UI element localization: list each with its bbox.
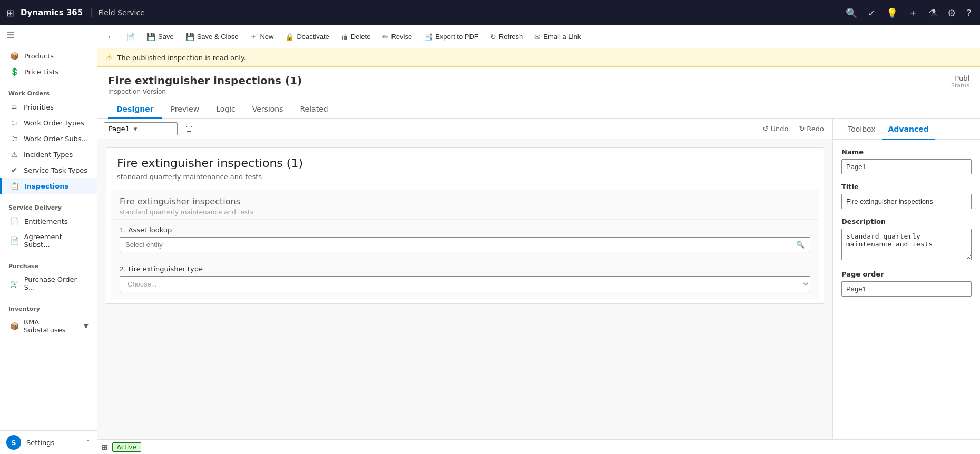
- delete-button[interactable]: 🗑 Delete: [336, 29, 376, 44]
- sidebar-section-work-orders: Work Orders ≡ Priorities 🗂 Work Order Ty…: [0, 83, 97, 197]
- email-link-button[interactable]: ✉ Email a Link: [529, 29, 586, 44]
- right-panel-tab-advanced[interactable]: Advanced: [882, 119, 935, 140]
- sidebar-item-purchase-order-substatuses[interactable]: 🛒 Purchase Order S...: [0, 272, 97, 295]
- refresh-button[interactable]: ↻ Refresh: [485, 29, 528, 44]
- form-card-title: Fire extinguisher inspections (1): [117, 156, 813, 170]
- right-panel: Toolbox Advanced Name Title: [832, 119, 980, 439]
- sidebar-item-products-label: Products: [24, 52, 54, 60]
- sidebar-item-entitlements-label: Entitlements: [24, 218, 68, 225]
- asset-lookup-text-input[interactable]: [125, 241, 792, 249]
- service-delivery-section-label: Service Delivery: [0, 200, 97, 213]
- page-selector[interactable]: Page1 ▾: [104, 122, 178, 135]
- title-field-input[interactable]: [841, 194, 972, 209]
- sidebar-item-rma-label: RMA Substatuses: [24, 318, 79, 334]
- description-field-label: Description: [841, 218, 972, 225]
- settings-bar[interactable]: S Settings ⌃: [0, 430, 97, 454]
- form-field-asset-lookup: 1. Asset lookup 🔍: [111, 220, 819, 259]
- save-close-button[interactable]: 💾 Save & Close: [180, 29, 244, 44]
- delete-page-button[interactable]: 🗑: [182, 122, 197, 135]
- price-lists-icon: 💲: [10, 67, 19, 76]
- sidebar-item-service-task-types[interactable]: ✔ Service Task Types: [0, 162, 97, 178]
- tab-related[interactable]: Related: [292, 101, 337, 119]
- extinguisher-type-label: 2. Fire extinguisher type: [120, 265, 810, 273]
- search-icon[interactable]: 🔍: [846, 7, 857, 18]
- title-field-label: Title: [841, 183, 972, 191]
- sidebar: ☰ 📦 Products 💲 Price Lists Work Orders ≡…: [0, 25, 97, 454]
- right-panel-content: Name Title Description Page order: [833, 140, 980, 313]
- deactivate-icon: 🔒: [285, 33, 294, 41]
- sidebar-section-service-delivery: Service Delivery 📄 Entitlements 📄 Agreem…: [0, 197, 97, 255]
- expand-icon[interactable]: ⊞: [102, 443, 108, 451]
- alert-text: The published inspection is read only.: [117, 54, 246, 62]
- page-order-field-input[interactable]: [841, 281, 972, 297]
- undo-button[interactable]: ↺ Undo: [761, 124, 791, 134]
- description-field-textarea[interactable]: [841, 229, 972, 260]
- user-avatar: S: [6, 435, 21, 450]
- export-pdf-button[interactable]: 📑 Export to PDF: [418, 29, 484, 44]
- trash-icon: 🗑: [185, 124, 193, 133]
- settings-icon[interactable]: ⚙: [947, 7, 956, 18]
- title-field-group: Title: [841, 183, 972, 209]
- sidebar-item-incident-types[interactable]: ⚠ Incident Types: [0, 146, 97, 162]
- app-name: Field Service: [91, 8, 145, 17]
- tab-preview[interactable]: Preview: [162, 101, 208, 119]
- name-field-label: Name: [841, 148, 972, 156]
- form-section-description: standard quarterly maintenance and tests: [120, 209, 810, 216]
- form-section-title: Fire extinguisher inspections: [120, 196, 810, 206]
- help-icon[interactable]: ?: [966, 7, 972, 18]
- status-sub: Status: [951, 82, 969, 89]
- plus-icon[interactable]: ＋: [908, 6, 918, 19]
- content-area: Page1 ▾ 🗑 ↺ Undo ↻ Redo: [97, 119, 980, 439]
- settings-label: Settings: [26, 439, 54, 447]
- sidebar-item-price-lists-label: Price Lists: [24, 68, 58, 76]
- asset-lookup-input[interactable]: 🔍: [120, 237, 810, 252]
- sidebar-item-agreement-substatuses[interactable]: 📄 Agreement Subst...: [0, 229, 97, 252]
- page-icon-button[interactable]: 📄: [121, 29, 140, 44]
- page-order-field-label: Page order: [841, 270, 972, 278]
- form-card-header: Fire extinguisher inspections (1) standa…: [106, 148, 824, 185]
- deactivate-button[interactable]: 🔒 Deactivate: [280, 29, 334, 44]
- new-button[interactable]: ＋ New: [244, 29, 279, 45]
- save-label: Save: [158, 33, 174, 41]
- nav-grid-icon[interactable]: ⊞: [6, 7, 14, 18]
- sidebar-section-catalog: 📦 Products 💲 Price Lists: [0, 45, 97, 83]
- delete-label: Delete: [351, 33, 371, 41]
- tab-versions[interactable]: Versions: [244, 101, 292, 119]
- sidebar-item-work-order-substatuses-label: Work Order Subs...: [24, 135, 88, 143]
- sidebar-item-work-order-types-label: Work Order Types: [24, 119, 84, 127]
- revise-button[interactable]: ✏ Revise: [377, 29, 417, 44]
- delete-icon: 🗑: [341, 33, 348, 41]
- extinguisher-type-select[interactable]: Choose...: [120, 276, 810, 292]
- email-icon: ✉: [534, 33, 541, 41]
- designer-canvas[interactable]: Fire extinguisher inspections (1) standa…: [97, 139, 832, 439]
- app-logo: Dynamics 365: [21, 8, 83, 17]
- sidebar-item-inspections[interactable]: 📋 Inspections: [0, 178, 97, 194]
- inventory-section-label: Inventory: [0, 301, 97, 314]
- redo-button[interactable]: ↻ Redo: [797, 124, 826, 134]
- status-bar: ⊞ Active: [97, 439, 980, 454]
- undo-redo-group: ↺ Undo ↻ Redo: [761, 124, 826, 134]
- back-button[interactable]: ←: [102, 29, 120, 44]
- sidebar-item-rma-substatuses[interactable]: 📦 RMA Substatuses ▼: [0, 314, 97, 338]
- checkmark-circle-icon[interactable]: ✓: [868, 7, 876, 18]
- sidebar-item-price-lists[interactable]: 💲 Price Lists: [0, 64, 97, 80]
- sidebar-item-priorities-label: Priorities: [24, 103, 54, 111]
- page-subtitle: Inspection Version: [108, 88, 302, 95]
- lightbulb-icon[interactable]: 💡: [886, 7, 898, 18]
- filter-icon[interactable]: ⚗: [928, 7, 937, 18]
- tab-logic[interactable]: Logic: [208, 101, 244, 119]
- right-panel-tab-toolbox[interactable]: Toolbox: [841, 119, 882, 140]
- sidebar-item-entitlements[interactable]: 📄 Entitlements: [0, 213, 97, 229]
- sidebar-item-priorities[interactable]: ≡ Priorities: [0, 99, 97, 115]
- description-field-group: Description: [841, 218, 972, 262]
- sidebar-item-products[interactable]: 📦 Products: [0, 48, 97, 64]
- lookup-search-icon: 🔍: [796, 241, 805, 249]
- status-label: Publ: [951, 74, 969, 82]
- name-field-input[interactable]: [841, 159, 972, 174]
- tab-designer[interactable]: Designer: [108, 101, 162, 119]
- sidebar-item-work-order-types[interactable]: 🗂 Work Order Types: [0, 115, 97, 131]
- sidebar-item-work-order-substatuses[interactable]: 🗂 Work Order Subs...: [0, 131, 97, 146]
- save-button[interactable]: 💾 Save: [141, 29, 179, 44]
- sidebar-toggle-icon[interactable]: ☰: [0, 25, 97, 45]
- form-field-extinguisher-type: 2. Fire extinguisher type Choose...: [111, 259, 819, 299]
